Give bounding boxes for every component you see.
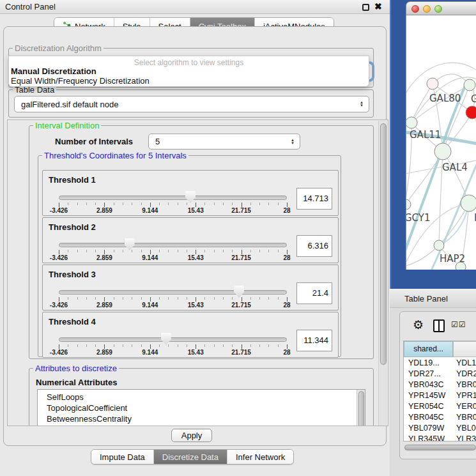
attributes-group-title: Attributes to discretize bbox=[33, 364, 119, 373]
tab-label: Impute Data bbox=[100, 452, 145, 462]
network-node[interactable] bbox=[427, 78, 438, 89]
network-node-label: GAL4 bbox=[442, 162, 468, 173]
dropdown-hint: Select algorithm to view settings bbox=[9, 58, 369, 67]
network-node[interactable] bbox=[434, 143, 451, 160]
table-panel-card: ⚙ ☑☑ shared... na YDL19...YDL1YDR27...YD… bbox=[399, 311, 476, 459]
threshold-label: Threshold 2 bbox=[49, 222, 96, 232]
split-columns-icon[interactable] bbox=[433, 319, 445, 332]
num-intervals-value: 5 bbox=[155, 137, 160, 146]
settings-scrollbar[interactable] bbox=[378, 121, 387, 426]
slider-track[interactable] bbox=[59, 290, 287, 295]
settings-gear-icon[interactable]: ⚙ bbox=[413, 318, 424, 332]
table-row[interactable]: YER054CYER0 bbox=[404, 401, 476, 412]
cell-shared-name: YBR045C bbox=[408, 413, 444, 422]
dropdown-option-equal-width[interactable]: Equal Width/Frequency Discretization bbox=[10, 76, 366, 86]
column-header-shared[interactable]: shared... bbox=[404, 341, 453, 357]
column-header-name[interactable]: na bbox=[453, 341, 476, 357]
cell-shared-name: YBR043C bbox=[408, 380, 444, 389]
float-window-icon[interactable] bbox=[362, 4, 369, 11]
slider-thumb[interactable] bbox=[125, 238, 135, 250]
cell-shared-name: YBL079W bbox=[408, 424, 444, 433]
minimize-traffic-icon[interactable] bbox=[423, 5, 431, 13]
combo-stepper-icon: ▲▼ bbox=[291, 139, 295, 145]
tab-impute-data[interactable]: Impute Data bbox=[91, 450, 154, 464]
scrollbar-thumb[interactable] bbox=[358, 391, 364, 426]
interval-definition-groupbox: Interval Definition Number of Intervals … bbox=[29, 125, 374, 359]
threshold-panel-4: Threshold 4-3.4262.8599.14415.4321.71528… bbox=[42, 312, 339, 358]
close-traffic-icon[interactable] bbox=[411, 5, 419, 13]
table-row[interactable]: YBR043CYBR0 bbox=[404, 380, 476, 390]
panel-title: Control Panel bbox=[5, 2, 56, 12]
network-node-label: GAL11 bbox=[410, 129, 441, 141]
cell-shared-name: YER054C bbox=[408, 402, 444, 411]
network-node-label: HAP2 bbox=[440, 253, 465, 265]
cell-name: YBL0 bbox=[456, 424, 476, 433]
settings-scrollpane: Interval Definition Number of Intervals … bbox=[7, 119, 388, 426]
attributes-groupbox: Attributes to discretize Numerical Attri… bbox=[29, 368, 374, 426]
network-node[interactable] bbox=[466, 106, 476, 119]
zoom-traffic-icon[interactable] bbox=[434, 5, 442, 13]
threshold-label: Threshold 1 bbox=[49, 175, 96, 185]
table-toolbar: ⚙ ☑☑ bbox=[400, 312, 476, 340]
apply-button[interactable]: Apply bbox=[171, 429, 212, 442]
slider-track[interactable] bbox=[59, 243, 287, 247]
tab-label: Discretize Data bbox=[162, 452, 219, 462]
slider-track[interactable] bbox=[59, 337, 287, 342]
network-node[interactable] bbox=[461, 195, 476, 211]
slider-scale-labels: -3.4262.8599.14415.4321.71528 bbox=[59, 254, 287, 262]
node-attribute-table[interactable]: shared... na YDL19...YDL1YDR27...YDR2YBR… bbox=[403, 341, 476, 441]
network-window-titlebar[interactable] bbox=[406, 1, 476, 15]
network-node[interactable] bbox=[406, 117, 417, 128]
attribute-item[interactable]: SelfLoops bbox=[47, 392, 84, 402]
threshold-value-field[interactable]: 11.344 bbox=[296, 330, 332, 351]
table-panel-title: Table Panel bbox=[404, 294, 448, 303]
table-row[interactable]: YLR345WYLR3 bbox=[404, 434, 476, 441]
network-node-label: GAL80 bbox=[429, 93, 461, 104]
bottom-tab-bar: Impute DataDiscretize DataInfer Network bbox=[91, 449, 294, 464]
combo-stepper-icon: ▲▼ bbox=[360, 101, 364, 107]
select-checkboxes-icon[interactable]: ☑☑ bbox=[451, 320, 466, 329]
threshold-value-field[interactable]: 6.316 bbox=[296, 235, 332, 257]
slider-scale-labels: -3.4262.8599.14415.4321.71528 bbox=[59, 207, 287, 215]
interval-definition-title: Interval Definition bbox=[33, 121, 101, 130]
network-window[interactable]: GAL80GACGAL11GAL4GCY1HHAP2 bbox=[406, 1, 476, 270]
table-row[interactable]: YBL079WYBL0 bbox=[404, 423, 476, 434]
tab-discretize-data[interactable]: Discretize Data bbox=[154, 450, 227, 464]
dropdown-option-manual[interactable]: Manual Discretization bbox=[10, 66, 366, 76]
table-row[interactable]: YPR145WYPR1 bbox=[404, 390, 476, 401]
num-intervals-label: Number of Intervals bbox=[55, 137, 133, 146]
slider-thumb[interactable] bbox=[161, 333, 171, 345]
cell-shared-name: YPR145W bbox=[408, 391, 445, 400]
network-node[interactable] bbox=[406, 199, 411, 210]
table-row[interactable]: YDR27...YDR2 bbox=[404, 369, 476, 380]
attribute-item[interactable]: TopologicalCoefficient bbox=[47, 403, 127, 413]
attributes-list[interactable]: SelfLoopsTopologicalCoefficientBetweenne… bbox=[37, 389, 365, 426]
slider-thumb[interactable] bbox=[185, 191, 196, 203]
table-data-combobox[interactable]: galFiltered.sif default node ▲▼ bbox=[14, 96, 369, 112]
threshold-value-field[interactable]: 21.4 bbox=[296, 282, 332, 304]
slider-thumb[interactable] bbox=[234, 286, 244, 298]
cell-shared-name: YLR345W bbox=[408, 434, 445, 441]
attributes-list-scrollbar[interactable] bbox=[357, 390, 365, 426]
tab-infer-network[interactable]: Infer Network bbox=[227, 450, 293, 464]
network-node[interactable] bbox=[434, 240, 444, 250]
attribute-item[interactable]: BetweennessCentrality bbox=[47, 414, 132, 424]
threshold-label: Threshold 3 bbox=[49, 270, 96, 279]
cell-name: YBR0 bbox=[456, 380, 476, 389]
cell-shared-name: YDR27... bbox=[408, 369, 441, 378]
network-node[interactable] bbox=[464, 79, 475, 91]
num-intervals-combobox[interactable]: 5 ▲▼ bbox=[148, 134, 300, 150]
table-row[interactable]: YBR045CYBR0 bbox=[404, 412, 476, 423]
close-icon[interactable]: ✖ bbox=[374, 1, 382, 12]
network-node-label: GCY1 bbox=[406, 212, 431, 224]
table-row[interactable]: YDL19...YDL1 bbox=[404, 358, 476, 369]
scrollbar-thumb[interactable] bbox=[404, 445, 476, 450]
network-desktop: GAL80GACGAL11GAL4GCY1HHAP2 bbox=[390, 0, 476, 289]
threshold-value-field[interactable]: 14.713 bbox=[296, 188, 332, 210]
table-data-value: galFiltered.sif default node bbox=[21, 100, 118, 109]
slider-track[interactable] bbox=[59, 196, 287, 200]
network-canvas[interactable]: GAL80GACGAL11GAL4GCY1HHAP2 bbox=[406, 15, 476, 270]
table-horizontal-scrollbar[interactable] bbox=[403, 444, 476, 452]
scrollbar-thumb[interactable] bbox=[380, 123, 387, 365]
table-panel-header: Table Panel bbox=[390, 289, 476, 308]
